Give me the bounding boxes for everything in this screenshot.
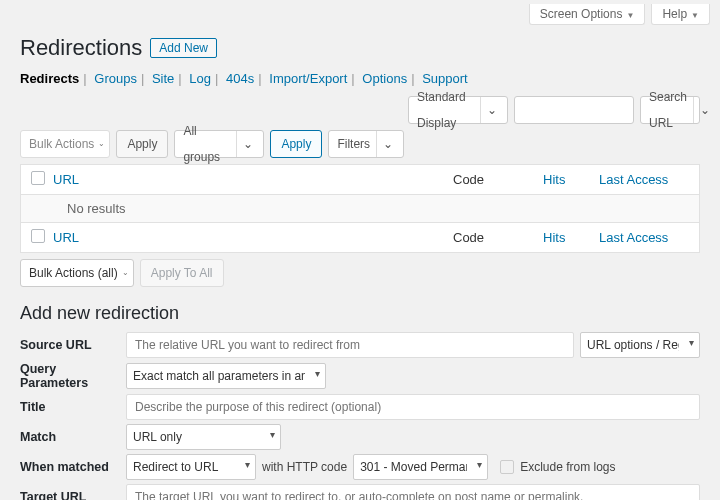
display-mode-select[interactable]: Standard Display⌄ xyxy=(408,96,508,124)
source-url-input[interactable] xyxy=(126,332,574,358)
col-header-last-access[interactable]: Last Access xyxy=(599,172,689,187)
subnav: Redirects| Groups| Site| Log| 404s| Impo… xyxy=(20,71,700,86)
search-input[interactable] xyxy=(514,96,634,124)
http-code-select[interactable]: 301 - Moved Permanently xyxy=(353,454,488,480)
bulk-actions-select[interactable]: Bulk Actions⌄ xyxy=(20,130,110,158)
page-title: Redirections xyxy=(20,35,142,61)
col-footer-code: Code xyxy=(453,230,543,245)
form-heading: Add new redirection xyxy=(20,303,700,324)
redirects-table: URL Code Hits Last Access No results URL… xyxy=(20,164,700,253)
no-results-row: No results xyxy=(21,195,699,222)
chevron-down-icon: ⌄ xyxy=(98,131,105,157)
match-select[interactable]: URL only xyxy=(126,424,281,450)
filters-select[interactable]: Filters⌄ xyxy=(328,130,404,158)
subnav-log[interactable]: Log xyxy=(189,71,211,86)
col-header-hits[interactable]: Hits xyxy=(543,172,599,187)
chevron-down-icon: ⌄ xyxy=(693,97,716,123)
help-tab[interactable]: Help▼ xyxy=(651,4,710,25)
label-target-url: Target URL xyxy=(20,490,120,500)
bulk-actions-all-select[interactable]: Bulk Actions (all)⌄ xyxy=(20,259,134,287)
col-footer-hits[interactable]: Hits xyxy=(543,230,599,245)
label-query-params: Query Parameters xyxy=(20,362,120,390)
col-header-url[interactable]: URL xyxy=(53,172,453,187)
url-options-select[interactable]: URL options / Regex xyxy=(580,332,700,358)
apply-to-all-button[interactable]: Apply To All xyxy=(140,259,224,287)
col-footer-last-access[interactable]: Last Access xyxy=(599,230,689,245)
exclude-logs-label: Exclude from logs xyxy=(520,460,615,474)
label-match: Match xyxy=(20,430,120,444)
title-input[interactable] xyxy=(126,394,700,420)
subnav-import-export[interactable]: Import/Export xyxy=(269,71,347,86)
groups-filter-select[interactable]: All groups⌄ xyxy=(174,130,264,158)
screen-options-tab[interactable]: Screen Options▼ xyxy=(529,4,646,25)
apply-button[interactable]: Apply xyxy=(116,130,168,158)
target-url-input[interactable] xyxy=(126,484,700,500)
subnav-groups[interactable]: Groups xyxy=(94,71,137,86)
chevron-down-icon: ⌄ xyxy=(480,97,503,123)
chevron-down-icon: ⌄ xyxy=(122,260,129,286)
label-when-matched: When matched xyxy=(20,460,120,474)
with-http-label: with HTTP code xyxy=(262,460,347,474)
subnav-site[interactable]: Site xyxy=(152,71,174,86)
chevron-down-icon: ▼ xyxy=(626,11,634,20)
when-matched-select[interactable]: Redirect to URL xyxy=(126,454,256,480)
col-header-code: Code xyxy=(453,172,543,187)
chevron-down-icon: ⌄ xyxy=(236,131,259,157)
query-params-select[interactable]: Exact match all parameters in any order xyxy=(126,363,326,389)
chevron-down-icon: ⌄ xyxy=(376,131,399,157)
add-new-button[interactable]: Add New xyxy=(150,38,217,58)
chevron-down-icon: ▼ xyxy=(691,11,699,20)
select-all-checkbox-footer[interactable] xyxy=(31,229,45,243)
label-title: Title xyxy=(20,400,120,414)
subnav-options[interactable]: Options xyxy=(362,71,407,86)
col-footer-url[interactable]: URL xyxy=(53,230,453,245)
subnav-404s[interactable]: 404s xyxy=(226,71,254,86)
label-source-url: Source URL xyxy=(20,338,120,352)
search-url-button[interactable]: Search URL⌄ xyxy=(640,96,700,124)
apply-filter-button[interactable]: Apply xyxy=(270,130,322,158)
select-all-checkbox[interactable] xyxy=(31,171,45,185)
subnav-redirects[interactable]: Redirects xyxy=(20,71,79,86)
exclude-logs-checkbox[interactable] xyxy=(500,460,514,474)
